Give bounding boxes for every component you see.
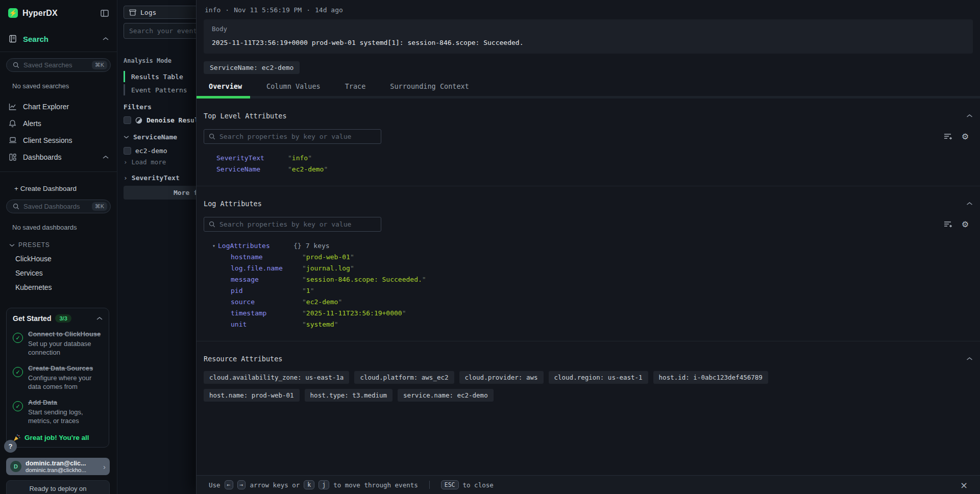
attribute-row[interactable]: log.file.name "journal.log" xyxy=(231,264,973,273)
attribute-value[interactable]: 2025-11-11T23:56:19+0000 xyxy=(306,309,402,317)
chevron-up-icon[interactable] xyxy=(103,155,109,159)
attribute-key[interactable]: log.file.name xyxy=(231,264,302,273)
get-started-title: Get Started xyxy=(13,314,51,323)
tab-column-values[interactable]: Column Values xyxy=(266,82,321,96)
attribute-value[interactable]: ec2-demo xyxy=(306,298,338,306)
attribute-row[interactable]: pid "1" xyxy=(231,287,973,295)
sidebar-item-dashboards[interactable]: Dashboards xyxy=(0,149,117,165)
user-menu[interactable]: D dominic.tran@clic... dominic.tran@clic… xyxy=(6,458,110,475)
attribute-row[interactable]: timestamp "2025-11-11T23:56:19+0000" xyxy=(231,309,973,317)
event-detail-drawer: info · Nov 11 5:56:19 PM · 14d ago Body … xyxy=(196,0,980,494)
attribute-key[interactable]: message xyxy=(231,276,302,284)
load-more-button[interactable]: › Load more xyxy=(124,158,196,166)
j-key: j xyxy=(318,480,329,489)
shortcut-badge: ⌘K xyxy=(92,61,107,69)
service-name-chip[interactable]: ServiceName: ec2-demo xyxy=(204,61,300,74)
resource-chip[interactable]: cloud.platform: aws_ec2 xyxy=(354,371,454,384)
preset-services[interactable]: Services xyxy=(15,269,117,277)
get-started-item[interactable]: ✓ Create Data Sources Configure where yo… xyxy=(13,364,103,391)
mode-event-patterns[interactable]: Event Patterns xyxy=(124,84,196,95)
gear-icon[interactable]: ⚙ xyxy=(962,133,969,141)
attribute-value[interactable]: systemd xyxy=(306,320,334,329)
sidebar-item-alerts[interactable]: Alerts xyxy=(0,115,117,132)
attribute-row[interactable]: hostname "prod-web-01" xyxy=(231,253,973,261)
attribute-row[interactable]: message "session-846.scope: Succeeded." xyxy=(231,276,973,284)
attribute-row[interactable]: unit "systemd" xyxy=(231,320,973,329)
attribute-key[interactable]: timestamp xyxy=(231,309,302,317)
resource-chip[interactable]: cloud.provider: aws xyxy=(459,371,544,384)
chevron-up-icon[interactable] xyxy=(103,37,109,41)
sidebar-item-chart-explorer[interactable]: Chart Explorer xyxy=(0,98,117,115)
attribute-value[interactable]: 1 xyxy=(306,287,310,295)
chevron-up-icon[interactable] xyxy=(966,202,973,206)
triangle-down-icon[interactable]: ▾ xyxy=(212,242,215,250)
help-button[interactable]: ? xyxy=(4,440,17,453)
attribute-key[interactable]: hostname xyxy=(231,253,302,261)
deploy-banner[interactable]: Ready to deploy on xyxy=(6,480,110,494)
close-icon[interactable]: × xyxy=(960,480,968,490)
resource-chip[interactable]: cloud.availability_zone: us-east-1a xyxy=(204,371,349,384)
gear-icon[interactable]: ⚙ xyxy=(962,220,969,229)
chevron-up-icon[interactable] xyxy=(96,316,103,320)
attribute-key[interactable]: pid xyxy=(231,287,302,295)
checkbox[interactable] xyxy=(124,147,131,155)
preset-kubernetes[interactable]: Kubernetes xyxy=(15,283,117,291)
chevron-up-icon[interactable] xyxy=(966,357,973,361)
sidebar-item-client-sessions[interactable]: Client Sessions xyxy=(0,132,117,149)
property-search-input[interactable]: Search properties by key or value xyxy=(204,217,381,232)
attribute-tree-root[interactable]: ▾ LogAttributes {} 7 keys xyxy=(212,242,973,250)
checkbox[interactable] xyxy=(124,116,131,124)
sort-lines-icon[interactable] xyxy=(944,220,952,228)
chevron-up-icon[interactable] xyxy=(966,114,973,118)
saved-dashboards-input[interactable]: Saved Dashboards ⌘K xyxy=(6,200,111,213)
attribute-key[interactable]: unit xyxy=(231,320,302,329)
attribute-key[interactable]: LogAttributes xyxy=(218,242,293,250)
resource-chip[interactable]: host.name: prod-web-01 xyxy=(204,389,300,402)
attribute-value[interactable]: journal.log xyxy=(306,264,350,273)
event-search-input[interactable]: Search your events... xyxy=(124,23,196,39)
attribute-value[interactable]: ec2-demo xyxy=(292,165,324,174)
filter-group-servicename[interactable]: ServiceName xyxy=(124,133,196,141)
property-search-input[interactable]: Search properties by key or value xyxy=(204,129,381,144)
presets-toggle[interactable]: PRESETS xyxy=(9,241,117,249)
sidebar-collapse-icon[interactable] xyxy=(101,9,109,17)
saved-searches-input[interactable]: Saved Searches ⌘K xyxy=(6,58,111,72)
divider xyxy=(0,52,117,52)
denoise-icon xyxy=(135,117,142,124)
sidebar-item-search[interactable]: Search xyxy=(0,32,117,45)
attribute-value[interactable]: session-846.scope: Succeeded. xyxy=(306,276,422,284)
attribute-value[interactable]: info xyxy=(292,154,308,162)
mode-results-table[interactable]: Results Table xyxy=(124,71,196,82)
left-arrow-key: ← xyxy=(225,480,233,489)
resource-chip[interactable]: host.id: i-0abc123def456789 xyxy=(653,371,768,384)
footer-text: to close xyxy=(463,481,494,489)
attribute-row[interactable]: ServiceName "ec2-demo" xyxy=(216,165,973,174)
get-started-item[interactable]: ✓ Connect to ClickHouse Set up your data… xyxy=(13,330,103,357)
tab-track xyxy=(197,96,980,98)
meta-separator: · xyxy=(306,6,310,14)
tab-trace[interactable]: Trace xyxy=(345,82,366,96)
preset-clickhouse[interactable]: ClickHouse xyxy=(15,255,117,263)
search-icon xyxy=(13,203,19,210)
tab-surrounding-context[interactable]: Surrounding Context xyxy=(390,82,469,96)
sort-lines-icon[interactable] xyxy=(944,133,952,140)
tab-overview[interactable]: Overview xyxy=(209,82,242,96)
attribute-row[interactable]: SeverityText "info" xyxy=(216,154,973,162)
filter-value-ec2-demo[interactable]: ec2-demo xyxy=(124,147,196,155)
attribute-row[interactable]: source "ec2-demo" xyxy=(231,298,973,306)
attribute-key[interactable]: source xyxy=(231,298,302,306)
create-dashboard-button[interactable]: + Create Dashboard xyxy=(0,183,117,193)
filter-group-severitytext[interactable]: › SeverityText xyxy=(124,174,196,182)
source-select-button[interactable]: Logs xyxy=(124,6,196,19)
attribute-key[interactable]: SeverityText xyxy=(216,154,288,162)
attribute-value[interactable]: prod-web-01 xyxy=(306,253,350,261)
resource-chip[interactable]: cloud.region: us-east-1 xyxy=(549,371,648,384)
get-started-item-subtitle: Configure where your data comes from xyxy=(28,374,103,391)
resource-chip[interactable]: service.name: ec2-demo xyxy=(398,389,494,402)
more-filters-button[interactable]: More filters xyxy=(124,186,196,200)
get-started-item[interactable]: ✓ Add Data Start sending logs, metrics, … xyxy=(13,398,103,425)
denoise-results-row[interactable]: Denoise Results xyxy=(124,116,196,124)
saved-searches-placeholder: Saved Searches xyxy=(23,61,88,69)
attribute-key[interactable]: ServiceName xyxy=(216,165,288,174)
resource-chip[interactable]: host.type: t3.medium xyxy=(305,389,393,402)
